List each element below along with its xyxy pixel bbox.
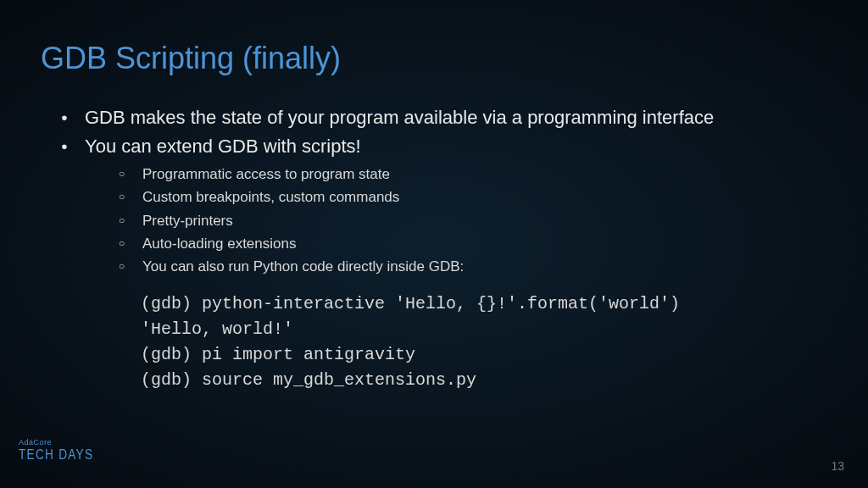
sub-bullet-item: Programmatic access to program state xyxy=(119,163,827,186)
bullet-text: You can extend GDB with scripts! xyxy=(85,136,361,157)
sub-bullet-item: You can also run Python code directly in… xyxy=(119,255,827,278)
logo-company: AdaCore xyxy=(19,438,107,446)
main-bullet-list: GDB makes the state of your program avai… xyxy=(41,103,827,278)
bullet-item: You can extend GDB with scripts! Program… xyxy=(61,132,827,278)
slide: GDB Scripting (finally) GDB makes the st… xyxy=(0,0,868,488)
sub-bullet-item: Custom breakpoints, custom commands xyxy=(119,186,827,208)
logo-event: TECH DAYS xyxy=(19,447,93,463)
page-number: 13 xyxy=(831,459,844,473)
sub-bullet-list: Programmatic access to program state Cus… xyxy=(85,163,827,278)
slide-title: GDB Scripting (finally) xyxy=(41,41,827,76)
code-block: (gdb) python-interactive 'Hello, {}!'.fo… xyxy=(141,291,827,393)
bullet-item: GDB makes the state of your program avai… xyxy=(61,103,827,132)
logo: AdaCore TECH DAYS xyxy=(19,438,107,463)
sub-bullet-item: Pretty-printers xyxy=(119,209,827,232)
sub-bullet-item: Auto-loading extensions xyxy=(119,232,827,255)
